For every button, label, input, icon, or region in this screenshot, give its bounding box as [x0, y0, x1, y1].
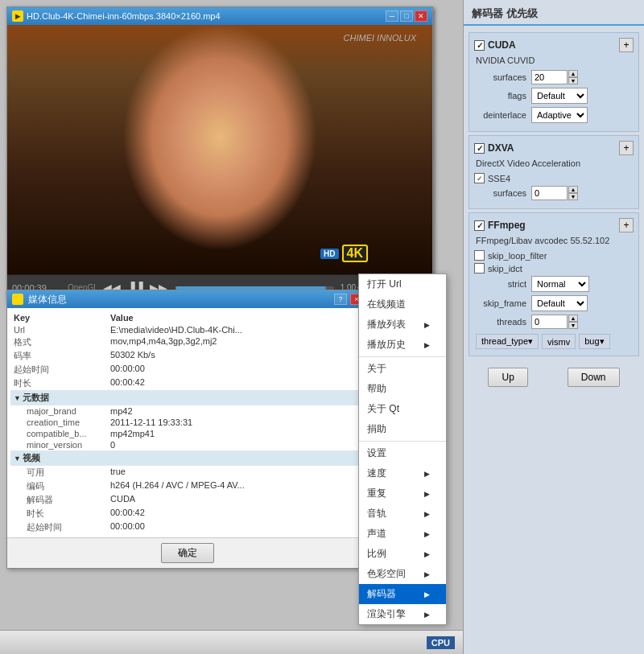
- ffmpeg-add-button[interactable]: +: [619, 218, 634, 232]
- cuda-surfaces-input[interactable]: 20: [531, 70, 568, 84]
- cuda-subtitle: NVIDIA CUVID: [474, 56, 634, 65]
- cuda-add-button[interactable]: +: [619, 38, 634, 52]
- down-button[interactable]: Down: [568, 368, 620, 387]
- video-badges: HD 4K: [320, 245, 368, 262]
- menu-item[interactable]: 关于 Qt: [359, 399, 446, 419]
- menu-item[interactable]: 帮助: [359, 379, 446, 399]
- menu-item[interactable]: 播放历史▶: [359, 335, 446, 355]
- decoder-tag[interactable]: bug▾: [579, 334, 609, 349]
- close-button[interactable]: ✕: [415, 10, 427, 22]
- decoder-section-ffmpeg: ✓ FFmpeg+FFmpeg/Libav avcodec 55.52.102 …: [469, 212, 639, 356]
- checkbox-icon: ✓: [474, 143, 485, 154]
- table-row: 起始时间00:00:00: [10, 363, 365, 376]
- menu-item-label: 播放列表: [367, 318, 406, 331]
- menu-item[interactable]: 捐助: [359, 419, 446, 439]
- decoder-tags: thread_type▾vismvbug▾: [474, 332, 634, 351]
- skip-loop-filter-checkbox[interactable]: skip_loop_filter: [474, 250, 634, 261]
- hd-badge: HD: [320, 249, 338, 259]
- menu-item-label: 速度: [367, 467, 386, 480]
- decoder-panel: 解码器 优先级 ✓ CUDA+NVIDIA CUVIDsurfaces20▲▼f…: [463, 0, 644, 654]
- decoder-tag[interactable]: thread_type▾: [476, 334, 539, 349]
- threads-spin-up[interactable]: ▲: [568, 315, 578, 322]
- maximize-button[interactable]: □: [400, 10, 413, 22]
- minimize-button[interactable]: ─: [386, 10, 398, 22]
- dxva-checkbox[interactable]: ✓ DXVA: [474, 142, 514, 154]
- menu-item[interactable]: 速度▶: [359, 463, 446, 483]
- cuda-flags-select[interactable]: DefaultLowHigh: [531, 88, 588, 104]
- decoder-tag[interactable]: vismv: [542, 334, 576, 349]
- strict-label: strict: [474, 279, 526, 289]
- media-info-title-bar: 媒体信息 ? ×: [7, 290, 368, 308]
- media-info-help[interactable]: ?: [334, 294, 347, 305]
- submenu-arrow-icon: ▶: [424, 510, 430, 518]
- menu-item[interactable]: 播放列表▶: [359, 315, 446, 335]
- sub-checkbox-icon: ✓: [474, 173, 485, 183]
- skip-frame-row: skip_frameDefaultNoneBidir: [474, 295, 634, 311]
- progress-bar[interactable]: [175, 286, 334, 290]
- table-row: UrlE:\media\video\HD.Club-4K-Chi...: [10, 324, 365, 335]
- table-row: major_brandmp42: [10, 405, 365, 417]
- media-info-content: Key Value UrlE:\media\video\HD.Club-4K-C…: [7, 308, 368, 537]
- cuda-deinterlace-select[interactable]: AdaptiveNoneBob: [531, 107, 588, 123]
- cuda-surfaces-spinbox[interactable]: ▲▼: [568, 70, 578, 84]
- threads-spinbox[interactable]: ▲▼: [568, 315, 578, 329]
- submenu-arrow-icon: ▶: [424, 570, 430, 578]
- ffmpeg-checkbox[interactable]: ✓ FFmpeg: [474, 220, 526, 231]
- menu-item-label: 音轨: [367, 507, 386, 520]
- player-title-bar: ▶ HD.Club-4K-Chimei-inn-60mbps.3840×2160…: [7, 7, 432, 25]
- menu-item-label: 解码器: [367, 587, 396, 601]
- skip-idct-icon: [474, 263, 485, 274]
- threads-input[interactable]: 0: [531, 315, 568, 329]
- menu-item-label: 帮助: [367, 382, 386, 396]
- menu-item[interactable]: 关于: [359, 359, 446, 379]
- dxva-surfaces-row: surfaces0▲▼: [474, 186, 634, 200]
- spin-up-button[interactable]: ▲: [568, 70, 578, 77]
- table-row: minor_version0: [10, 439, 365, 450]
- media-info-icon: [12, 294, 23, 305]
- menu-item-label: 捐助: [367, 422, 386, 436]
- table-row: creation_time2011-12-11 19:33:31: [10, 417, 365, 428]
- threads-spin-down[interactable]: ▼: [568, 322, 578, 329]
- info-scroll[interactable]: Key Value UrlE:\media\video\HD.Club-4K-C…: [10, 311, 365, 534]
- menu-item[interactable]: 打开 Url: [359, 274, 446, 294]
- decoder-panel-title: 解码器 优先级: [464, 0, 644, 26]
- menu-item-label: 比例: [367, 547, 386, 561]
- video-content: CHIMEI INNOLUX HD 4K: [7, 25, 432, 274]
- menu-item[interactable]: 音轨▶: [359, 504, 446, 524]
- up-button[interactable]: Up: [488, 368, 527, 387]
- menu-item[interactable]: 重复▶: [359, 483, 446, 504]
- strict-select[interactable]: NormalStrictUnofficial: [531, 276, 589, 292]
- progress-fill: [175, 286, 326, 290]
- menu-item[interactable]: 声道▶: [359, 524, 446, 544]
- skip-frame-select[interactable]: DefaultNoneBidir: [531, 295, 588, 311]
- window-controls: ─ □ ✕: [386, 10, 427, 22]
- skip-frame-label: skip_frame: [474, 298, 526, 308]
- dxva-add-button[interactable]: +: [619, 141, 634, 155]
- menu-item[interactable]: 解码器▶: [359, 584, 446, 604]
- threads-label: threads: [474, 317, 526, 327]
- menu-item-label: 打开 Url: [367, 278, 402, 291]
- decoder-section-cuda: ✓ CUDA+NVIDIA CUVIDsurfaces20▲▼flagsDefa…: [469, 32, 639, 132]
- skip-idct-checkbox[interactable]: skip_idct: [474, 263, 634, 274]
- menu-item[interactable]: 设置: [359, 443, 446, 463]
- checkbox-icon: ✓: [474, 40, 485, 51]
- menu-item-label: 关于: [367, 362, 386, 376]
- menu-item[interactable]: 渲染引擎▶: [359, 604, 446, 624]
- cuda-checkbox[interactable]: ✓ CUDA: [474, 39, 516, 51]
- ok-button[interactable]: 确定: [161, 543, 214, 563]
- video-area: CHIMEI INNOLUX HD 4K: [7, 25, 432, 274]
- spin-down-button[interactable]: ▼: [568, 77, 578, 84]
- dxva-sub-checkbox[interactable]: ✓ SSE4: [474, 173, 634, 183]
- spin-down-button[interactable]: ▼: [568, 193, 578, 200]
- dxva-surfaces-spinbox[interactable]: ▲▼: [568, 186, 578, 200]
- dxva-surfaces-input[interactable]: 0: [531, 186, 568, 200]
- menu-item[interactable]: 色彩空间▶: [359, 564, 446, 584]
- submenu-arrow-icon: ▶: [424, 550, 430, 558]
- menu-divider: [359, 441, 446, 442]
- menu-item[interactable]: 在线频道: [359, 294, 446, 315]
- menu-item-label: 色彩空间: [367, 567, 406, 581]
- table-row: 编码h264 (H.264 / AVC / MPEG-4 AV...: [10, 479, 365, 493]
- spin-up-button[interactable]: ▲: [568, 186, 578, 193]
- menu-item[interactable]: 比例▶: [359, 544, 446, 564]
- media-info-window: 媒体信息 ? × Key Value UrlE:\media\video\HD.…: [6, 290, 369, 569]
